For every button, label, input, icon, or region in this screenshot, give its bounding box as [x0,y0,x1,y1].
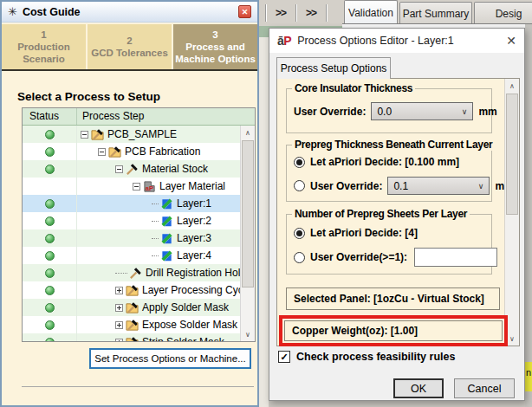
close-icon[interactable]: ✕ [238,5,251,18]
overflow-chevron-button[interactable]: >> [302,7,320,19]
node-label: Layer Processing Cyc [142,284,243,296]
scrollbar-thumb[interactable] [506,94,518,215]
core-thickness-dropdown[interactable]: 0.0 ∨ [371,102,473,120]
background-sliver-left [259,37,269,407]
step-label: GCD Tolerances [91,47,168,59]
scroll-down-icon[interactable]: ∨ [241,327,255,341]
layer-icon [160,232,173,245]
radio-label: User Override: [310,180,382,192]
collapse-toggle-icon[interactable] [81,131,88,139]
wizard-step-gcd-tolerances[interactable]: 2 GCD Tolerances [88,24,172,69]
table-header: Status Process Step [23,108,255,126]
process-group-icon [126,284,139,297]
screenshot-root: >> >> Validation Part Summary Desig n ✳ … [0,0,532,407]
column-process-step: Process Step [77,108,255,125]
expand-toggle-icon[interactable] [115,287,123,294]
feasibility-checkbox-row: ✓ Check process feasibility rules [278,351,455,363]
step-label: Process and Machine Options [173,41,257,65]
cost-guide-panel: ✳ Cost Guide ✕ 1 Production Scenario 2 G… [0,0,259,407]
process-group-icon [126,301,139,314]
node-label: Layer:2 [177,215,211,227]
tab-validation[interactable]: Validation [344,0,398,24]
checkbox-checked-icon[interactable]: ✓ [278,351,290,363]
scroll-up-icon[interactable]: ∧ [505,79,519,93]
expand-toggle-icon[interactable] [115,304,123,312]
tree-connector [152,255,159,256]
svg-text:aP: aP [146,184,153,192]
node-label: Layer:4 [177,249,211,262]
step-label: Production Scenario [2,41,86,65]
group-title: Core Insulator Thickness [292,82,415,94]
table-row[interactable]: aP Layer Material [23,178,255,195]
table-row[interactable]: PCB_SAMPLE [23,126,255,143]
radio-let-apriori-decide[interactable] [294,157,305,168]
wizard-step-process-machine-options[interactable]: 3 Process and Machine Options [173,24,257,69]
table-row[interactable]: Drill Registration Hol [23,264,255,281]
table-row-selected[interactable]: Layer:1 [23,195,255,212]
node-label: Material Stock [142,163,208,175]
selected-panel-readout: Selected Panel: [1ozCu - Virtual Stock] [286,287,500,310]
scroll-up-icon[interactable]: ∧ [241,126,255,139]
group-prepreg-sheets: Number of Prepreg Sheets Per Layer Let a… [286,214,492,275]
chevron-down-icon: ∨ [478,182,484,191]
node-label: PCB Fabrication [125,145,200,158]
node-label: Apply Solder Mask [142,301,229,313]
expand-toggle-icon[interactable] [115,339,123,342]
copper-weight-readout: Copper Weight(oz): [1.00] [284,320,503,341]
status-ok-icon [45,320,55,330]
tab-process-setup-options[interactable]: Process Setup Options [276,57,391,79]
table-body: PCB_SAMPLE PCB Fabrication [23,126,255,341]
prepreg-thickness-dropdown[interactable]: 0.1 ∨ [387,177,490,195]
status-ok-icon [45,251,55,261]
cancel-button[interactable]: Cancel [454,378,515,398]
table-row[interactable]: Layer:3 [23,229,255,247]
group-title: Number of Prepreg Sheets Per Layer [292,208,470,220]
scrollbar-thumb[interactable] [242,140,254,287]
tree-connector [152,238,159,239]
tab-part-summary[interactable]: Part Summary [399,2,472,24]
wizard-step-production-scenario[interactable]: 1 Production Scenario [2,24,86,69]
page-title: Select a Process to Setup [17,90,160,103]
wizard-steps: 1 Production Scenario 2 GCD Tolerances 3… [2,24,257,69]
table-row[interactable]: Layer:2 [23,212,255,229]
collapse-toggle-icon[interactable] [98,148,106,156]
close-icon[interactable]: ✕ [506,35,516,47]
radio-user-override[interactable] [294,252,305,263]
table-row[interactable]: Apply Solder Mask [23,299,255,316]
table-row[interactable]: Material Stock [23,160,255,178]
process-tree-table: Status Process Step PCB_SAMPLE [22,107,256,342]
table-row[interactable]: Layer:4 [23,247,255,264]
cost-guide-app-icon: ✳ [8,5,17,18]
status-ok-icon [45,268,55,278]
machine-icon: aP [143,180,156,193]
radio-label: Let aPriori Decide: [4] [310,227,418,239]
collapse-toggle-icon[interactable] [133,183,140,191]
table-row[interactable]: PCB Fabrication [23,143,255,160]
prepreg-sheets-override-input[interactable] [414,248,497,267]
radio-let-apriori-decide[interactable] [294,228,305,239]
tab-design[interactable]: Desig [474,2,532,24]
status-ok-icon [45,147,55,157]
group-core-insulator-thickness: Core Insulator Thickness User Override: … [286,88,492,133]
wizard-divider [2,69,257,71]
table-row[interactable]: Layer Processing Cyc [23,281,255,299]
set-process-options-button[interactable]: Set Process Options or Machine... [89,348,251,369]
radio-label: User Override(>=1): [310,251,407,263]
tree-scrollbar[interactable]: ∧ ∨ [240,126,255,341]
node-label: Layer:3 [177,232,211,244]
chevron-down-icon: ∨ [462,107,468,116]
collapse-toggle-icon[interactable] [115,165,123,173]
status-ok-icon [45,286,55,295]
expand-toggle-icon[interactable] [115,321,123,329]
process-group-icon [108,145,121,158]
tree-connector [152,204,159,204]
table-row[interactable]: Expose Solder Mask [23,316,255,333]
process-group-icon [126,336,139,342]
dialog-scrollbar[interactable]: ∧ ∨ [504,79,519,346]
process-icon [126,163,139,176]
ok-button[interactable]: OK [393,378,444,398]
overflow-chevron-button[interactable]: >> [272,7,289,19]
radio-user-override[interactable] [294,180,305,191]
table-row[interactable]: Strip Solder Mask [23,333,255,341]
node-label: Expose Solder Mask [142,319,237,331]
